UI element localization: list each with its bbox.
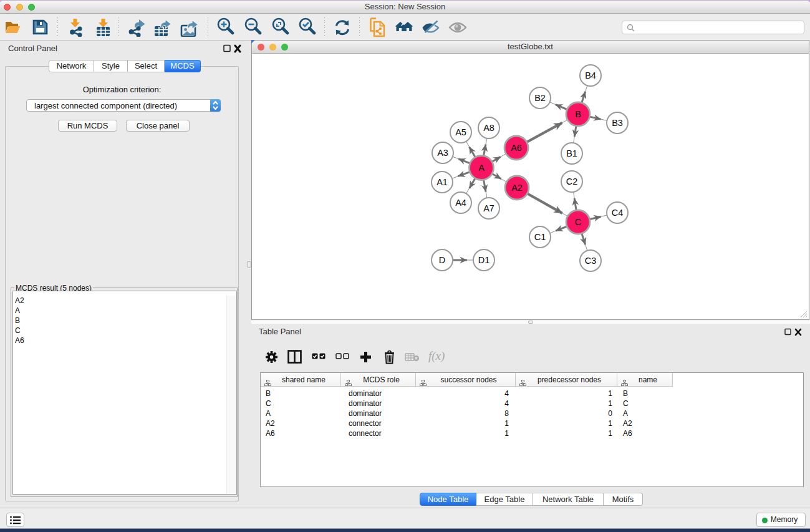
svg-text:C1: C1 [534,232,546,242]
svg-text:B1: B1 [566,148,577,158]
svg-text:A: A [478,163,485,173]
svg-text:C4: C4 [612,208,624,218]
svg-text:A1: A1 [436,177,448,187]
svg-text:B3: B3 [612,118,623,128]
svg-text:D: D [439,255,445,265]
svg-text:B2: B2 [534,93,546,103]
svg-text:B4: B4 [585,70,596,80]
svg-text:A5: A5 [455,127,466,137]
svg-text:A7: A7 [483,203,494,213]
svg-text:C2: C2 [566,177,578,186]
svg-text:A6: A6 [511,143,522,153]
svg-text:D1: D1 [478,255,490,265]
svg-text:A2: A2 [511,183,523,193]
svg-text:B: B [575,109,581,119]
svg-text:A8: A8 [483,123,494,133]
svg-text:A3: A3 [437,148,448,158]
svg-text:C: C [575,217,581,227]
svg-text:A4: A4 [455,198,466,208]
svg-text:C3: C3 [585,256,597,266]
